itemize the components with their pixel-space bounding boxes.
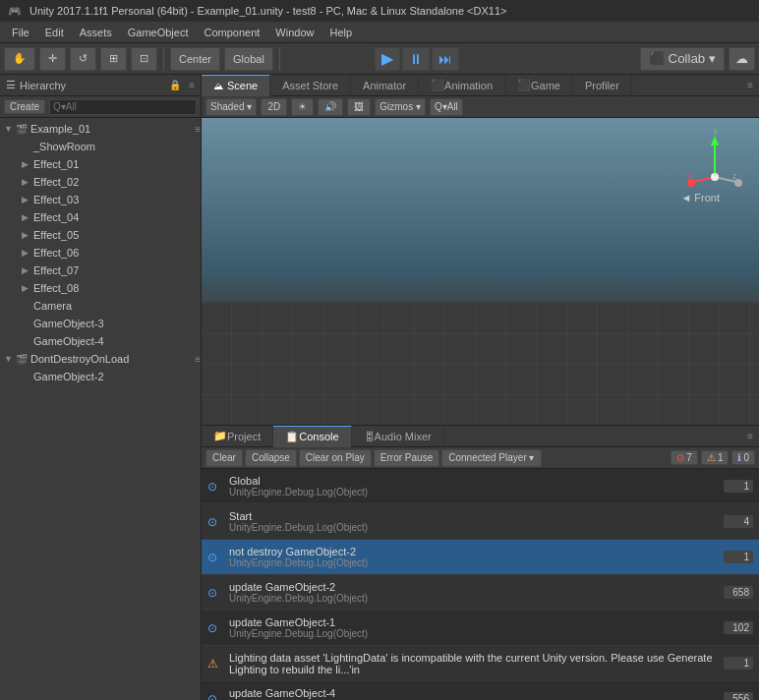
viewport[interactable]: Y Z X ◄ Front: [202, 118, 759, 425]
sun-button[interactable]: ☀: [291, 98, 314, 116]
hierarchy-title: Hierarchy: [20, 80, 66, 91]
image-button[interactable]: 🖼: [347, 98, 371, 116]
tab-audio-mixer[interactable]: 🎛 Audio Mixer: [352, 426, 444, 447]
tab-animation-label: Animation: [444, 80, 493, 91]
gizmos-dropdown[interactable]: Gizmos ▾: [375, 98, 426, 116]
tab-game[interactable]: ⬛ Game: [505, 75, 573, 96]
hier-label: Effect_04: [33, 211, 79, 223]
tab-animation[interactable]: ⬛ Animation: [419, 75, 505, 96]
menu-assets[interactable]: Assets: [72, 25, 120, 40]
info-row-icon: ⊙: [207, 586, 223, 600]
row-sub: UnityEngine.Debug.Log(Object): [229, 487, 724, 497]
row-title: Global: [229, 475, 724, 487]
hierarchy-item-gameobject2[interactable]: GameObject-2: [0, 368, 201, 385]
tab-scene[interactable]: ⛰ Scene: [202, 75, 270, 96]
rotate-tool-button[interactable]: ↺: [70, 47, 96, 71]
warning-count-badge[interactable]: ⚠ 1: [701, 450, 730, 465]
clear-on-play-button[interactable]: Clear on Play: [299, 449, 372, 467]
step-button[interactable]: ⏭: [432, 47, 459, 71]
hierarchy-item-effect03[interactable]: ▶ Effect_03: [0, 191, 201, 208]
hier-label: Camera: [33, 300, 72, 312]
hand-tool-button[interactable]: ✋: [4, 47, 35, 71]
hierarchy-lock-icon[interactable]: 🔒: [169, 80, 181, 90]
pause-button[interactable]: ⏸: [402, 47, 430, 71]
scale-tool-button[interactable]: ⊞: [100, 47, 127, 71]
hierarchy-item-gameobject4[interactable]: GameObject-4: [0, 332, 201, 350]
hierarchy-menu-icon[interactable]: ≡: [189, 80, 195, 90]
sound-button[interactable]: 🔊: [318, 98, 343, 116]
hierarchy-item-gameobject3[interactable]: GameObject-3: [0, 315, 201, 332]
clear-button[interactable]: Clear: [205, 449, 243, 467]
tab-profiler-label: Profiler: [585, 80, 619, 91]
row-text: Lighting data asset 'LightingData' is in…: [229, 652, 724, 675]
tab-audio-mixer-label: Audio Mixer: [375, 431, 432, 442]
hier-label: Effect_05: [33, 229, 79, 241]
console-row[interactable]: ⊙ update GameObject-4 UnityEngine.Debug.…: [202, 681, 759, 700]
menu-gameobject[interactable]: GameObject: [120, 25, 197, 40]
connected-player-button[interactable]: Connected Player ▾: [441, 449, 541, 467]
hierarchy-header: ☰ Hierarchy 🔒 ≡: [0, 75, 201, 96]
global-button[interactable]: Global: [224, 47, 273, 71]
move-tool-button[interactable]: ✛: [39, 47, 66, 71]
tab-animator[interactable]: Animator: [351, 75, 419, 96]
cloud-button[interactable]: ☁: [729, 47, 755, 71]
collab-label: Collab ▾: [669, 51, 717, 66]
titlebar: 🎮 Unity 2017.1.1f1 Personal (64bit) - Ex…: [0, 0, 759, 22]
error-pause-button[interactable]: Error Pause: [374, 449, 439, 467]
hierarchy-item-effect02[interactable]: ▶ Effect_02: [0, 173, 201, 191]
viewport-grid: [202, 302, 759, 425]
hierarchy-item-effect06[interactable]: ▶ Effect_06: [0, 244, 201, 262]
hierarchy-item-showroom[interactable]: _ShowRoom: [0, 138, 201, 155]
console-row[interactable]: ⊙ update GameObject-1 UnityEngine.Debug.…: [202, 611, 759, 646]
collapse-button[interactable]: Collapse: [245, 449, 297, 467]
tab-asset-store[interactable]: Asset Store: [270, 75, 351, 96]
hierarchy-item-effect08[interactable]: ▶ Effect_08: [0, 279, 201, 297]
info-count: 0: [743, 452, 749, 463]
hierarchy-item-effect04[interactable]: ▶ Effect_04: [0, 208, 201, 226]
hierarchy-item-example01[interactable]: ▼ 🎬 Example_01 ≡: [0, 120, 201, 138]
svg-point-6: [711, 173, 719, 181]
bottom-tab-more-icon[interactable]: ≡: [747, 431, 759, 441]
hierarchy-item-effect07[interactable]: ▶ Effect_07: [0, 262, 201, 279]
console-row[interactable]: ⊙ update GameObject-2 UnityEngine.Debug.…: [202, 575, 759, 611]
error-count-badge[interactable]: ⊙ 7: [671, 450, 698, 465]
menu-file[interactable]: File: [4, 25, 37, 40]
menu-window[interactable]: Window: [267, 25, 321, 40]
titlebar-text: Unity 2017.1.1f1 Personal (64bit) - Exam…: [29, 5, 507, 17]
menu-help[interactable]: Help: [321, 25, 360, 40]
hierarchy-item-effect01[interactable]: ▶ Effect_01: [0, 155, 201, 173]
tab-profiler[interactable]: Profiler: [573, 75, 632, 96]
hierarchy-item-dontdestroyonload[interactable]: ▼ 🎬 DontDestroyOnLoad ≡: [0, 350, 201, 368]
hier-label: Effect_07: [33, 264, 79, 276]
hier-label: Example_01: [30, 123, 90, 135]
hierarchy-item-effect05[interactable]: ▶ Effect_05: [0, 226, 201, 244]
collab-button[interactable]: ⬛ Collab ▾: [640, 47, 726, 71]
console-row[interactable]: ⚠ Lighting data asset 'LightingData' is …: [202, 646, 759, 681]
menu-edit[interactable]: Edit: [37, 25, 72, 40]
hierarchy-search-input[interactable]: [49, 99, 197, 115]
hierarchy-create-button[interactable]: Create: [4, 99, 45, 114]
center-button[interactable]: Center: [170, 47, 220, 71]
arrow-icon: ▶: [22, 265, 33, 275]
console-row[interactable]: ⊙ Start UnityEngine.Debug.Log(Object) 4: [202, 504, 759, 540]
menu-component[interactable]: Component: [196, 25, 267, 40]
tab-console[interactable]: 📋 Console: [273, 426, 351, 447]
tab-project[interactable]: 📁 Project: [202, 426, 273, 447]
row-text: not destroy GameObject-2 UnityEngine.Deb…: [229, 546, 724, 568]
hierarchy-item-camera[interactable]: Camera: [0, 297, 201, 315]
tab-more-icon[interactable]: ≡: [747, 80, 759, 90]
info-count-badge[interactable]: ℹ 0: [731, 450, 755, 465]
hier-label: GameObject-4: [33, 335, 104, 347]
play-button[interactable]: ▶: [375, 47, 400, 71]
console-row[interactable]: ⊙ not destroy GameObject-2 UnityEngine.D…: [202, 540, 759, 575]
scene-search-btn[interactable]: Q▾All: [430, 98, 463, 116]
audio-tab-icon: 🎛: [364, 431, 375, 442]
hier-label: DontDestroyOnLoad: [30, 353, 129, 365]
hier-label: Effect_06: [33, 247, 79, 259]
2d-button[interactable]: 2D: [261, 98, 287, 116]
console-row[interactable]: ⊙ Global UnityEngine.Debug.Log(Object) 1: [202, 469, 759, 504]
shaded-dropdown[interactable]: Shaded ▾: [205, 98, 257, 116]
content-area: ⛰ Scene Asset Store Animator ⬛ Animation…: [202, 75, 759, 700]
shaded-label: Shaded: [210, 101, 244, 112]
rect-tool-button[interactable]: ⊡: [131, 47, 157, 71]
